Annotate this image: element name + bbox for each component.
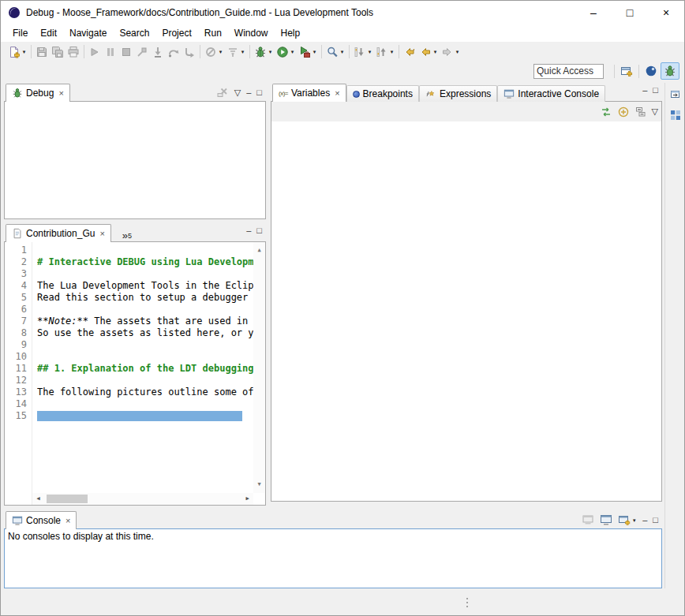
editor-line[interactable] bbox=[37, 245, 265, 256]
tab-breakpoints[interactable]: Breakpoints bbox=[346, 85, 419, 102]
search-button[interactable]: ▾ bbox=[324, 43, 346, 61]
menu-project[interactable]: Project bbox=[155, 24, 197, 42]
external-tools-button[interactable]: ▾ bbox=[297, 43, 319, 61]
scroll-left-button[interactable]: ◀ bbox=[32, 493, 44, 505]
menu-navigate[interactable]: Navigate bbox=[63, 24, 113, 42]
console-icon bbox=[12, 515, 23, 526]
window-minimize-button[interactable]: – bbox=[575, 1, 612, 24]
previous-annotation-button[interactable]: ▾ bbox=[374, 43, 396, 61]
minimize-view-icon[interactable]: – bbox=[642, 86, 647, 95]
tab-expressions[interactable]: Expressions bbox=[419, 85, 497, 102]
display-selected-console-button[interactable] bbox=[600, 513, 612, 526]
add-global-watch-button[interactable] bbox=[617, 106, 630, 118]
save-button[interactable] bbox=[34, 43, 50, 61]
editor-line[interactable] bbox=[37, 339, 265, 351]
tab-interactive-console[interactable]: Interactive Console bbox=[497, 85, 605, 102]
tab-label: Console bbox=[26, 515, 61, 526]
close-icon[interactable]: × bbox=[66, 516, 70, 525]
editor-line[interactable]: **Note:** The assets that are used in bbox=[37, 315, 265, 327]
scroll-up-button[interactable]: ▲ bbox=[257, 245, 260, 256]
code-area[interactable]: # Interactive DEBUG using Lua Developm T… bbox=[32, 242, 265, 505]
tab-console[interactable]: Console × bbox=[6, 511, 77, 529]
menu-help[interactable]: Help bbox=[275, 24, 307, 42]
editor-line[interactable]: The Lua Development Tools in the Eclip bbox=[37, 280, 265, 292]
debug-button[interactable]: ▾ bbox=[253, 43, 275, 61]
run-button[interactable]: ▾ bbox=[275, 43, 297, 61]
save-all-button[interactable] bbox=[50, 43, 66, 61]
view-menu-icon[interactable]: ▽ bbox=[234, 88, 241, 97]
menu-search[interactable]: Search bbox=[113, 24, 155, 42]
line-number-ruler[interactable]: 1 2 3 4 5 6 7 8 9 10 11 12 13 14 15 bbox=[5, 242, 32, 505]
next-annotation-button[interactable]: ▾ bbox=[352, 43, 374, 61]
maximize-view-icon[interactable]: □ bbox=[256, 226, 262, 235]
editor-line[interactable] bbox=[37, 304, 265, 315]
open-console-icon bbox=[582, 513, 594, 526]
editor-line[interactable] bbox=[37, 375, 265, 386]
window-close-button[interactable]: × bbox=[648, 1, 684, 24]
editor-line[interactable]: Read this section to setup a debugger bbox=[37, 292, 265, 304]
maximize-view-icon[interactable]: □ bbox=[256, 88, 262, 97]
editor-line[interactable]: So use the assets as listed here, or y bbox=[37, 327, 265, 339]
forward-button[interactable]: ▾ bbox=[440, 43, 462, 61]
editor-line[interactable] bbox=[37, 410, 265, 422]
print-button[interactable] bbox=[66, 43, 81, 61]
close-icon[interactable]: × bbox=[99, 229, 104, 238]
window-maximize-button[interactable]: □ bbox=[612, 1, 648, 24]
new-button[interactable]: ▾ bbox=[6, 43, 28, 61]
suspend-button[interactable] bbox=[103, 43, 118, 61]
last-edit-location-button[interactable] bbox=[402, 43, 417, 61]
editor-line[interactable] bbox=[37, 398, 265, 410]
editor-line[interactable]: # Interactive DEBUG using Lua Developm bbox=[37, 256, 265, 268]
back-button[interactable]: ▾ bbox=[417, 43, 440, 61]
skip-all-breakpoints-button[interactable]: ▾ bbox=[203, 43, 225, 61]
terminate-button[interactable] bbox=[118, 43, 134, 61]
resume-button[interactable] bbox=[87, 43, 103, 61]
minimize-view-icon[interactable]: – bbox=[642, 516, 647, 525]
minimize-view-icon[interactable]: – bbox=[246, 88, 251, 97]
open-console-button[interactable] bbox=[582, 513, 594, 526]
editor-line[interactable]: ## 1. Explanation of the LDT debugging bbox=[37, 363, 265, 375]
fast-view-grid-button[interactable] bbox=[668, 107, 683, 123]
scroll-down-button[interactable]: ▼ bbox=[257, 479, 260, 491]
maximize-view-icon[interactable]: □ bbox=[653, 516, 658, 525]
view-menu-icon[interactable]: ▽ bbox=[652, 107, 658, 116]
tab-contribution-guide[interactable]: Contribution_Gu × bbox=[6, 224, 111, 242]
maximize-view-icon[interactable]: □ bbox=[653, 86, 658, 95]
open-perspective-button[interactable] bbox=[617, 62, 636, 80]
tab-variables[interactable]: (x)= Variables × bbox=[272, 84, 346, 102]
remove-all-terminated-button[interactable] bbox=[216, 86, 229, 99]
minimize-view-icon[interactable]: – bbox=[246, 226, 251, 235]
debug-view: Debug × ▽ – □ bbox=[4, 83, 266, 219]
editor-line[interactable]: The following pictures outline some of bbox=[37, 386, 265, 398]
step-return-button[interactable] bbox=[182, 43, 197, 61]
restore-view-button[interactable] bbox=[668, 86, 683, 102]
scroll-right-button[interactable]: ▶ bbox=[241, 493, 253, 505]
use-step-filters-button[interactable]: ▾ bbox=[225, 43, 247, 61]
close-icon[interactable]: × bbox=[335, 88, 339, 98]
menu-run[interactable]: Run bbox=[198, 24, 228, 42]
tab-debug[interactable]: Debug × bbox=[6, 84, 70, 102]
menu-file[interactable]: File bbox=[6, 24, 34, 42]
editor-line[interactable] bbox=[37, 268, 265, 280]
menu-edit[interactable]: Edit bbox=[34, 24, 63, 42]
new-console-button[interactable]: ▾ bbox=[618, 513, 637, 526]
collapse-all-button[interactable] bbox=[634, 106, 647, 118]
editor-horizontal-scrollbar[interactable]: ◀ ▶ bbox=[32, 493, 253, 505]
menu-window[interactable]: Window bbox=[228, 24, 275, 42]
step-into-button[interactable] bbox=[150, 43, 166, 61]
lua-perspective-button[interactable] bbox=[642, 62, 661, 80]
sash-handle[interactable] bbox=[466, 598, 468, 607]
scrollbar-thumb[interactable] bbox=[47, 495, 88, 503]
step-over-button[interactable] bbox=[166, 43, 182, 61]
editor-line[interactable] bbox=[37, 351, 265, 363]
quick-access-input[interactable] bbox=[533, 64, 604, 79]
editor-line-text: The assets that are used in bbox=[88, 315, 248, 327]
debug-perspective-button[interactable] bbox=[661, 62, 679, 80]
editor-tab-overflow[interactable]: » 5 bbox=[122, 232, 132, 241]
print-icon bbox=[67, 46, 80, 58]
show-logical-structure-button[interactable] bbox=[600, 106, 612, 118]
editor-vertical-scrollbar[interactable]: ▲ ▼ bbox=[253, 242, 265, 493]
debug-view-toolbar: ▽ – □ bbox=[216, 86, 262, 99]
disconnect-button[interactable] bbox=[134, 43, 150, 61]
close-icon[interactable]: × bbox=[58, 88, 63, 98]
